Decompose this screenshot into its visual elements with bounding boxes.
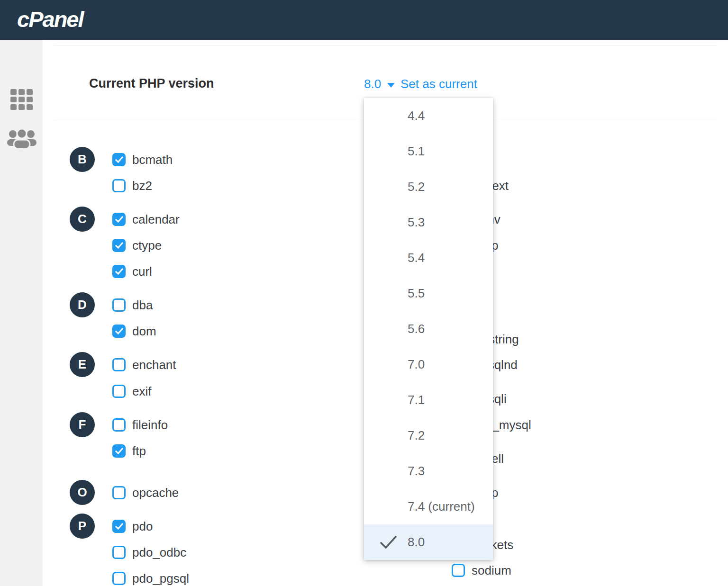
option-label: 7.0 [408, 357, 425, 372]
checkbox-bz2[interactable] [112, 179, 126, 192]
extension-label-pdo_pgsql: pdo_pgsql [132, 571, 189, 586]
extension-row: bz2 [112, 172, 152, 199]
php-version-option-5-3[interactable]: 5.3 [364, 205, 493, 240]
extension-row: bcmath [112, 146, 173, 173]
extension-row: calendar [112, 206, 180, 233]
checkbox-exif[interactable] [112, 385, 126, 398]
selected-version-value: 8.0 [364, 77, 381, 91]
option-label: 5.4 [408, 251, 425, 265]
option-label: 7.1 [408, 393, 425, 407]
option-label: 5.2 [408, 180, 425, 194]
php-version-option-7-3[interactable]: 7.3 [364, 453, 493, 489]
php-version-option-7-1[interactable]: 7.1 [364, 382, 493, 418]
option-label: 5.1 [408, 144, 425, 159]
php-version-option-7-4-current[interactable]: 7.4 (current) [364, 489, 493, 524]
content-top-divider [54, 45, 717, 45]
extension-row: opcache [112, 479, 179, 506]
extension-row: fileinfo [112, 412, 168, 438]
extension-label-ctype: ctype [132, 238, 162, 253]
extension-label-calendar: calendar [132, 212, 180, 227]
checkbox-pdo_odbc[interactable] [112, 546, 126, 559]
extension-label-pdo_odbc: pdo_odbc [132, 545, 186, 560]
extension-row: dom [112, 318, 156, 344]
extension-row: dba [112, 292, 153, 318]
checkbox-fileinfo[interactable] [112, 418, 126, 432]
php-version-option-5-4[interactable]: 5.4 [364, 240, 493, 276]
extension-row: pdo [112, 513, 153, 540]
option-label: 5.6 [408, 322, 425, 336]
option-label: 7.3 [408, 464, 425, 478]
option-label: 5.3 [408, 215, 425, 230]
php-version-dropdown-trigger[interactable]: 8.0 [364, 77, 395, 91]
checkbox-ctype[interactable] [112, 239, 126, 252]
php-version-option-4-4[interactable]: 4.4 [364, 98, 493, 134]
extension-row: enchant [112, 352, 176, 378]
extension-row: curl [112, 258, 152, 285]
check-icon [380, 535, 398, 550]
option-label: 4.4 [408, 108, 425, 123]
extension-label-dom: dom [132, 324, 156, 339]
extension-row: ftp [112, 438, 146, 464]
letter-badge-p: P [70, 514, 95, 539]
php-version-option-7-2[interactable]: 7.2 [364, 418, 493, 453]
letter-badge-b: B [70, 147, 95, 172]
cpanel-logo[interactable]: cPanel [17, 6, 83, 32]
option-label: 7.2 [408, 428, 425, 443]
checkbox-dba[interactable] [112, 298, 126, 312]
caret-down-icon [387, 83, 395, 88]
extension-row: exif [112, 378, 151, 405]
php-version-dropdown-menu: 4.4 5.1 5.2 5.3 5.4 5.5 5.6 7.0 7.1 7.2 … [364, 98, 493, 560]
option-label: 5.5 [408, 286, 425, 301]
php-version-option-7-0[interactable]: 7.0 [364, 347, 493, 382]
extension-label-dba: dba [132, 298, 153, 313]
php-version-option-5-5[interactable]: 5.5 [364, 276, 493, 311]
extension-label-bcmath: bcmath [132, 153, 173, 167]
sidebar [0, 40, 43, 586]
letter-badge-e: E [70, 352, 95, 377]
checkbox-pdo_pgsql[interactable] [112, 572, 126, 585]
php-version-option-5-6[interactable]: 5.6 [364, 311, 493, 347]
extension-label-curl: curl [132, 264, 152, 279]
option-label: 8.0 [408, 535, 425, 550]
letter-badge-c: C [70, 207, 95, 232]
extension-row: sodium [452, 557, 511, 584]
letter-badge-o: O [70, 480, 95, 505]
php-version-option-8-0[interactable]: 8.0 [364, 524, 493, 560]
users-icon[interactable] [7, 127, 36, 151]
current-php-version-label: Current PHP version [89, 76, 214, 91]
extension-label-fileinfo: fileinfo [132, 418, 168, 433]
letter-badge-d: D [70, 292, 95, 317]
checkbox-dom[interactable] [112, 325, 126, 338]
php-version-option-5-1[interactable]: 5.1 [364, 134, 493, 169]
checkbox-curl[interactable] [112, 265, 126, 278]
checkbox-bcmath[interactable] [112, 153, 126, 166]
checkbox-pdo[interactable] [112, 520, 126, 533]
set-as-current-link[interactable]: Set as current [400, 77, 477, 91]
extension-row: pdo_odbc [112, 539, 186, 566]
extension-label-sodium: sodium [472, 563, 511, 578]
checkbox-enchant[interactable] [112, 358, 126, 371]
extension-label-exif: exif [132, 384, 151, 399]
extension-row: ctype [112, 232, 162, 259]
checkbox-calendar[interactable] [112, 213, 126, 226]
checkbox-sodium[interactable] [452, 564, 465, 577]
top-navbar: cPanel [0, 0, 728, 40]
checkbox-ftp[interactable] [112, 444, 126, 458]
option-label: 7.4 (current) [408, 499, 475, 514]
checkbox-opcache[interactable] [112, 486, 126, 499]
extension-label-ftp: ftp [132, 444, 146, 459]
extension-row: pdo_pgsql [112, 565, 189, 586]
extension-label-opcache: opcache [132, 486, 179, 500]
letter-badge-f: F [70, 412, 95, 437]
apps-grid-icon[interactable] [10, 89, 34, 111]
extension-label-enchant: enchant [132, 358, 176, 372]
extension-label-pdo: pdo [132, 519, 153, 534]
extension-label-bz2: bz2 [132, 179, 152, 193]
php-version-option-5-2[interactable]: 5.2 [364, 169, 493, 205]
